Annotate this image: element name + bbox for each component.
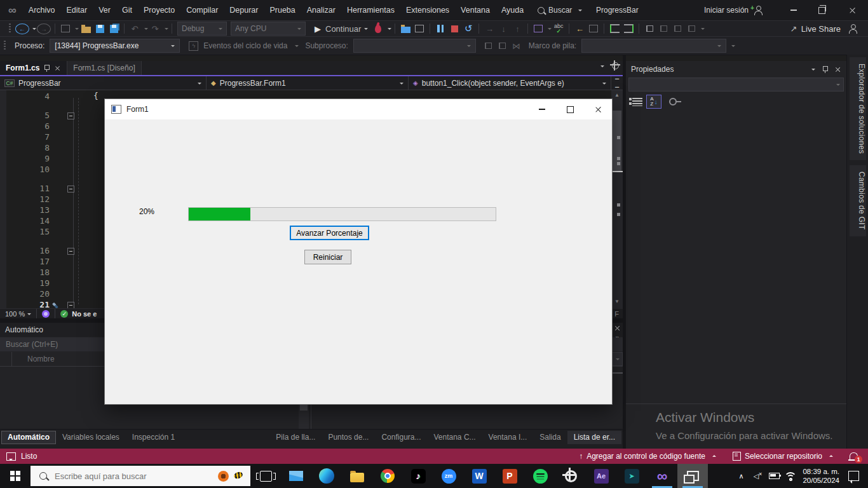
- editor-line[interactable]: 21: [0, 300, 108, 308]
- form1-taskbar-button[interactable]: [677, 464, 708, 488]
- editor-line[interactable]: 8: [0, 143, 108, 154]
- clear-bookmarks-icon[interactable]: [688, 25, 695, 32]
- volume-muted-icon[interactable]: ◁×: [749, 464, 766, 488]
- close-button[interactable]: [839, 0, 865, 20]
- notifications-bell-button[interactable]: 1: [850, 454, 858, 459]
- continue-dropdown-icon[interactable]: [364, 28, 368, 32]
- solution-configuration-dropdown[interactable]: Debug: [177, 22, 227, 36]
- bottom-tab[interactable]: Pila de lla...: [269, 431, 322, 444]
- title-search[interactable]: Buscar: [538, 0, 582, 20]
- search-highlight-bee-image[interactable]: [233, 471, 243, 480]
- editor-line[interactable]: 9: [0, 154, 108, 165]
- select-repository-button[interactable]: Seleccionar repositorio: [733, 452, 833, 461]
- code-snippet-icon[interactable]: [589, 25, 598, 32]
- member-dropdown[interactable]: ◈ button1_Click(object sender, EventArgs…: [409, 76, 611, 90]
- powerpoint-app-button[interactable]: P: [494, 464, 525, 488]
- menu-item[interactable]: Herramientas: [341, 0, 400, 20]
- live-share-label[interactable]: Live Share: [801, 22, 841, 36]
- undo-button[interactable]: ↶: [128, 22, 141, 36]
- properties-header[interactable]: Propiedades: [626, 62, 846, 76]
- editor-line[interactable]: 10: [0, 165, 108, 175]
- navigate-forward-button[interactable]: →: [37, 24, 51, 34]
- unflag-threads-icon[interactable]: [499, 43, 506, 49]
- menu-item[interactable]: Extensiones: [400, 0, 455, 20]
- search-highlight-flower-image[interactable]: [218, 471, 229, 482]
- toggle-bookmark-icon[interactable]: [646, 25, 653, 32]
- menu-item[interactable]: Git: [116, 0, 138, 20]
- phone-link-app-button[interactable]: ➤: [616, 464, 647, 488]
- show-current-thread-icon[interactable]: ⋈: [510, 39, 523, 53]
- editor-line[interactable]: 5: [0, 111, 108, 121]
- close-panel-icon[interactable]: [614, 325, 620, 331]
- pin-icon[interactable]: [43, 64, 50, 72]
- spotify-app-button[interactable]: [525, 464, 555, 488]
- process-dropdown[interactable]: [13844] ProgressBar.exe: [50, 39, 180, 53]
- menu-item[interactable]: Ver: [93, 0, 116, 20]
- visual-studio-app-button[interactable]: ∞: [647, 464, 677, 488]
- restore-button[interactable]: [808, 0, 835, 20]
- live-share-person-icon[interactable]: [848, 24, 857, 33]
- window-position-dropdown-icon[interactable]: [811, 69, 815, 72]
- form1-window[interactable]: Form1 20% Avanzar Porcentaje Reiniciar: [104, 98, 613, 405]
- object-selector-dropdown[interactable]: [628, 78, 844, 92]
- tiktok-app-button[interactable]: ♪: [403, 464, 433, 488]
- thread-dropdown[interactable]: [353, 39, 476, 53]
- step-into-icon[interactable]: ↓: [497, 22, 510, 36]
- window-layout-icon[interactable]: [415, 25, 424, 32]
- bottom-tab[interactable]: Lista de er...: [567, 431, 621, 444]
- reset-button[interactable]: Reiniciar: [304, 250, 351, 264]
- feedback-icon[interactable]: [6, 452, 16, 461]
- navigate-back-button[interactable]: ←: [15, 24, 29, 34]
- mail-app-button[interactable]: [281, 464, 311, 488]
- uncomment-lines-icon[interactable]: [624, 24, 634, 33]
- hot-reload-icon[interactable]: [375, 25, 381, 33]
- start-button[interactable]: [0, 464, 31, 488]
- bottom-tab[interactable]: Inspección 1: [126, 431, 181, 444]
- after-effects-app-button[interactable]: Ae: [586, 464, 616, 488]
- menu-item[interactable]: Analizar: [301, 0, 341, 20]
- zoom-app-button[interactable]: zm: [433, 464, 464, 488]
- bottom-tab[interactable]: Automático: [1, 431, 56, 444]
- next-bookmark-icon[interactable]: [674, 25, 681, 32]
- fold-collapse-icon[interactable]: [67, 112, 74, 119]
- editor-line[interactable]: 20: [0, 289, 108, 300]
- solution-platform-dropdown[interactable]: Any CPU: [231, 22, 306, 36]
- active-files-dropdown-icon[interactable]: [600, 65, 604, 69]
- chrome-app-button[interactable]: [372, 464, 403, 488]
- toolbar-grip[interactable]: [4, 41, 6, 51]
- diagnostics-icon[interactable]: [534, 25, 543, 32]
- bottom-tab[interactable]: Salida: [533, 431, 567, 444]
- open-file-icon[interactable]: [81, 27, 91, 33]
- lifecycle-label[interactable]: Eventos del ciclo de vida: [203, 41, 287, 50]
- editor-line[interactable]: 6: [0, 121, 108, 132]
- save-icon[interactable]: [96, 25, 104, 33]
- step-over-icon[interactable]: →: [483, 22, 496, 36]
- fold-collapse-icon[interactable]: [67, 186, 74, 193]
- name-column-header[interactable]: Nombre: [11, 352, 55, 366]
- pin-icon[interactable]: [822, 65, 828, 73]
- document-options-gear-icon[interactable]: [612, 62, 619, 69]
- back-dropdown-icon[interactable]: [32, 28, 36, 32]
- editor-line[interactable]: 14: [0, 216, 108, 227]
- editor-scrollbar[interactable]: ▲ ▼: [611, 90, 623, 308]
- new-dropdown-icon[interactable]: [75, 28, 79, 32]
- split-window-button[interactable]: ▔▁: [611, 76, 623, 90]
- type-dropdown[interactable]: ◆ ProgressBar.Form1: [207, 76, 409, 90]
- settings-app-button[interactable]: [555, 464, 586, 488]
- stack-frame-dropdown[interactable]: [581, 39, 726, 53]
- prev-bookmark-icon[interactable]: [660, 25, 667, 32]
- save-all-icon[interactable]: [110, 25, 118, 33]
- bottom-tab[interactable]: Puntos de...: [322, 431, 375, 444]
- close-panel-icon[interactable]: [835, 66, 841, 72]
- menu-item[interactable]: Compilar: [180, 0, 224, 20]
- battery-icon[interactable]: [766, 464, 782, 488]
- editor-line[interactable]: 7: [0, 132, 108, 143]
- editor-line[interactable]: 18: [0, 268, 108, 278]
- bottom-tab[interactable]: Variables locales: [56, 431, 126, 444]
- bottom-tab[interactable]: Configura...: [375, 431, 427, 444]
- menu-item[interactable]: Ayuda: [496, 0, 529, 20]
- bottom-tab[interactable]: Ventana I...: [482, 431, 534, 444]
- fold-collapse-icon[interactable]: [67, 248, 74, 255]
- menu-item[interactable]: Editar: [61, 0, 93, 20]
- form-minimize-button[interactable]: [528, 99, 556, 119]
